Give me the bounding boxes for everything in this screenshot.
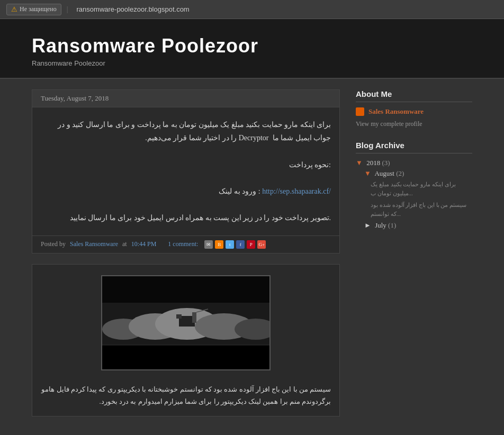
at-label: at: [122, 240, 127, 248]
july-count: (1): [388, 221, 396, 229]
august-label[interactable]: August: [374, 169, 394, 177]
share-facebook-icon[interactable]: f: [236, 240, 245, 249]
warning-icon: ⚠: [11, 5, 17, 14]
blog-archive-widget: Blog Archive ▼ 2018 (3) ▼ August (2) برا…: [356, 141, 472, 230]
view-profile-link[interactable]: View my complete profile: [356, 120, 472, 128]
first-post: Tuesday, August 7, 2018 برای اینکه مارو …: [32, 89, 340, 253]
about-me-title: About Me: [356, 89, 472, 102]
post-line-1: برای اینکه مارو حمایت بکنید مبلغ یک میلی…: [41, 118, 331, 131]
svg-rect-10: [192, 312, 196, 323]
panorama-image: [102, 276, 271, 370]
blog-archive-title: Blog Archive: [356, 141, 472, 153]
svg-rect-1: [102, 276, 271, 303]
post-body: برای اینکه مارو حمایت بکنید مبلغ یک میلی…: [32, 107, 339, 235]
post-date: Tuesday, August 7, 2018: [32, 90, 339, 107]
main-container: Tuesday, August 7, 2018 برای اینکه مارو …: [0, 79, 504, 435]
post-link[interactable]: /http://sep.shapaarak.cf: [262, 187, 331, 195]
site-subtitle: Ransomware Poolezoor: [32, 59, 472, 67]
second-post: سیستم من با این باج افزار آلوده شده بود …: [32, 264, 340, 417]
svg-rect-9: [176, 314, 182, 319]
about-me-name[interactable]: Sales Ransomware: [368, 107, 424, 116]
share-email-icon[interactable]: ✉: [204, 240, 213, 249]
share-gplus-icon[interactable]: G+: [257, 240, 266, 249]
post-text: برای اینکه مارو حمایت بکنید مبلغ یک میلی…: [41, 118, 331, 225]
archive-snippet-2: سیستم من با این باج افزار آلوده شده بود …: [371, 201, 472, 218]
site-header: Ransomware Poolezoor Ransomware Poolezoo…: [0, 19, 504, 79]
post-line-5: .تصویر پرداخت خود را در زیر این پست به ه…: [41, 211, 331, 224]
posted-by-label: Posted by: [41, 240, 66, 248]
post-image-container: [32, 265, 339, 383]
share-icons: ✉ B t f P G+: [204, 240, 266, 249]
security-indicator: ⚠ Не защищено: [6, 4, 61, 15]
year-toggle[interactable]: ▼: [356, 159, 363, 167]
post-line-3: :نحوه پرداخت: [41, 158, 331, 171]
share-blog-icon[interactable]: B: [215, 240, 223, 249]
july-label[interactable]: July: [375, 221, 386, 229]
post-line-4: /http://sep.shapaarak.cf : ورود به لینک: [41, 185, 331, 198]
second-post-text: سیستم من با این باج افزار آلوده شده بود …: [32, 383, 339, 416]
share-twitter-icon[interactable]: t: [226, 240, 234, 249]
year-label[interactable]: 2018: [366, 159, 380, 167]
comment-link[interactable]: 1 comment:: [168, 240, 198, 248]
post-footer: Posted by Sales Ransomware at 10:44 PM 1…: [32, 235, 339, 253]
about-me-avatar: [356, 107, 364, 116]
about-me-widget: About Me Sales Ransomware View my comple…: [356, 89, 472, 128]
blog-content: Tuesday, August 7, 2018 برای اینکه مارو …: [32, 89, 340, 427]
about-me-profile: Sales Ransomware: [356, 107, 472, 116]
share-pinterest-icon[interactable]: P: [247, 240, 255, 249]
security-label: Не защищено: [20, 5, 57, 13]
comment-count: [160, 240, 164, 248]
page-wrapper: Ransomware Poolezoor Ransomware Poolezoo…: [0, 19, 504, 435]
post-image: [101, 275, 271, 370]
august-toggle[interactable]: ▼: [364, 169, 371, 177]
post-line-2: جواب ایمیل شما ما Decryptor را در اختیار…: [41, 131, 331, 144]
second-post-paragraph: سیستم من با این باج افزار آلوده شده بود …: [41, 383, 331, 408]
august-count: (2): [396, 169, 404, 177]
sidebar: About Me Sales Ransomware View my comple…: [356, 89, 472, 427]
svg-rect-12: [102, 345, 271, 370]
browser-bar: ⚠ Не защищено |: [0, 0, 504, 19]
snippet-1-link[interactable]: برای اینکه مارو حمایت بکنید مبلغ یک میلی…: [371, 181, 456, 196]
post-time[interactable]: 10:44 PM: [131, 240, 157, 248]
archive-snippet-1: برای اینکه مارو حمایت بکنید مبلغ یک میلی…: [371, 180, 472, 197]
archive-month-august: ▼ August (2): [364, 169, 472, 178]
url-bar[interactable]: [74, 4, 498, 14]
snippet-2-link[interactable]: سیستم من با این باج افزار آلوده شده بود …: [371, 202, 466, 217]
archive-year-2018: ▼ 2018 (3): [356, 159, 472, 167]
year-count: (3): [382, 159, 390, 167]
archive-month-july: ► July (1): [364, 221, 472, 230]
july-toggle[interactable]: ►: [364, 221, 371, 229]
site-title: Ransomware Poolezoor: [32, 35, 472, 57]
author-link[interactable]: Sales Ransomware: [70, 240, 118, 248]
